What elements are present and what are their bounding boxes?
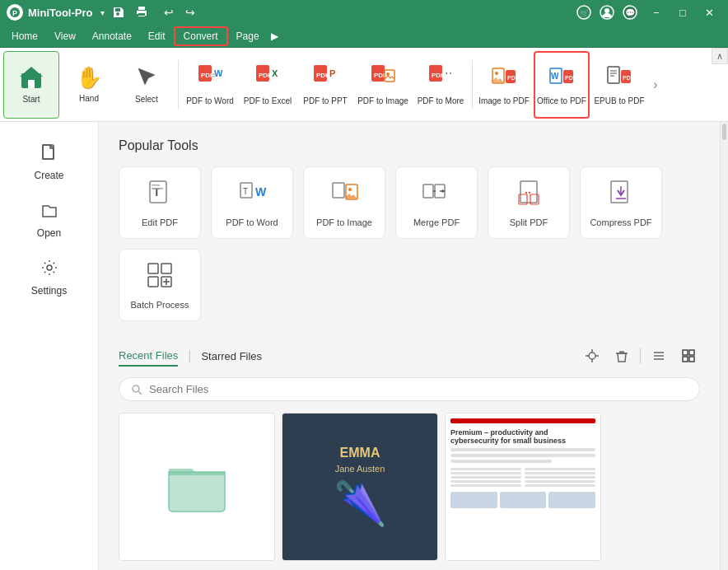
tool-pdf-to-word[interactable]: T W PDF to Word — [211, 166, 293, 239]
sidebar-item-open[interactable]: Open — [7, 193, 91, 247]
sidebar-item-create[interactable]: Create — [7, 135, 91, 189]
menu-home[interactable]: Home — [3, 26, 46, 46]
scrollbar[interactable] — [720, 122, 728, 570]
delete-icon[interactable] — [610, 344, 633, 367]
svg-text:PDF: PDF — [316, 72, 329, 79]
svg-point-5 — [604, 8, 609, 13]
file-thumb-empty — [119, 413, 274, 560]
svg-point-51 — [348, 188, 352, 191]
cart-icon[interactable]: 🛒 — [576, 5, 591, 20]
toolbar-start[interactable]: Start — [3, 51, 59, 119]
tool-split-pdf[interactable]: Split PDF — [488, 166, 570, 239]
svg-point-66 — [589, 353, 595, 359]
file-card-doc[interactable]: Premium – productivity and cybersecurity… — [445, 413, 601, 561]
toolbar-pdf-excel-label: PDF to Excel — [244, 96, 292, 106]
toolbar-pdf-to-ppt[interactable]: PDF P PDF to PPT — [297, 51, 353, 119]
toolbar-pdf-to-more[interactable]: PDF ⋯ PDF to More — [413, 51, 469, 119]
tab-recent[interactable]: Recent Files — [119, 346, 178, 367]
sidebar-item-settings[interactable]: Settings — [7, 250, 91, 305]
close-button[interactable]: ✕ — [697, 0, 721, 25]
menu-more[interactable]: ▶ — [271, 30, 278, 42]
redo-button[interactable]: ↪ — [180, 4, 200, 21]
files-grid: EMMA Jane Austen 🌂 Premium – productivit… — [119, 413, 700, 561]
pdf-to-ppt-icon: PDF P — [312, 63, 338, 93]
toolbar-pdf-to-excel[interactable]: PDF X PDF to Excel — [240, 51, 296, 119]
toolbar-pdf-more-label: PDF to More — [418, 96, 464, 106]
toolbar-hand[interactable]: ✋ Hand — [61, 51, 117, 119]
print-icon[interactable] — [134, 5, 149, 20]
save-icon[interactable] — [111, 5, 126, 20]
toolbar-pdf-to-word[interactable]: PDF W PDF to Word — [182, 51, 238, 119]
tool-split-label: Split PDF — [510, 217, 548, 227]
svg-rect-34 — [608, 67, 619, 83]
menu-view[interactable]: View — [46, 26, 84, 46]
menu-bar: Home View Annotate Edit Convert Page ▶ — [0, 25, 728, 48]
tool-compress-pdf[interactable]: Compress PDF — [580, 166, 662, 239]
toolbar-pdf-to-image[interactable]: PDF PDF to Image — [355, 51, 411, 119]
file-card-emma[interactable]: EMMA Jane Austen 🌂 — [282, 413, 438, 561]
svg-rect-78 — [689, 357, 694, 362]
pdf-image-icon — [329, 178, 359, 211]
toolbar-image-pdf-label: Image to PDF — [478, 96, 530, 106]
chat-icon[interactable]: 💬 — [623, 5, 637, 20]
menu-annotate[interactable]: Annotate — [84, 26, 140, 46]
toolbar-image-to-pdf[interactable]: PDF Image to PDF — [476, 51, 532, 119]
app-title: MiniTool-Pro — [28, 7, 92, 19]
grid-view-icon[interactable] — [677, 344, 700, 367]
undo-button[interactable]: ↩ — [159, 4, 179, 21]
toolbar-select-label: Select — [135, 95, 158, 105]
svg-text:W: W — [551, 72, 559, 81]
pdf-to-more-icon: PDF ⋯ — [427, 63, 454, 93]
file-card-empty[interactable] — [119, 413, 275, 561]
tab-separator: | — [188, 348, 191, 363]
content-area: Popular Tools T Edit PDF — [99, 122, 720, 570]
minimize-button[interactable]: − — [644, 0, 669, 25]
recent-files-header: Recent Files | Starred Files — [119, 344, 700, 367]
file-thumb-doc: Premium – productivity and cybersecurity… — [446, 413, 600, 560]
book-author: Jane Austen — [335, 464, 385, 474]
tool-pdf-image-label: PDF to Image — [316, 217, 372, 227]
title-dropdown-icon[interactable]: ▾ — [100, 8, 105, 17]
tool-edit-pdf[interactable]: T Edit PDF — [119, 166, 201, 239]
toolbar-epub-pdf-label: EPUB to PDF — [594, 96, 644, 106]
pdf-to-word-icon: PDF W — [197, 63, 223, 93]
menu-edit[interactable]: Edit — [140, 26, 174, 46]
svg-text:P: P — [329, 68, 335, 78]
list-view-icon[interactable] — [647, 344, 670, 367]
file-thumb-book: EMMA Jane Austen 🌂 — [282, 413, 437, 560]
tool-batch-process[interactable]: Batch Process — [119, 249, 201, 321]
recent-files-section: Recent Files | Starred Files — [119, 344, 700, 561]
tool-pdf-to-image[interactable]: PDF to Image — [303, 166, 385, 239]
svg-text:X: X — [272, 68, 278, 78]
tab-starred[interactable]: Starred Files — [201, 347, 262, 366]
svg-rect-9 — [28, 80, 35, 88]
maximize-button[interactable]: □ — [670, 0, 695, 25]
svg-rect-45 — [152, 188, 163, 189]
toolbar-pdf-word-label: PDF to Word — [186, 96, 234, 106]
tool-batch-label: Batch Process — [131, 300, 189, 310]
toolbar-expand-button[interactable]: › — [649, 51, 662, 119]
svg-rect-75 — [683, 350, 688, 355]
recent-actions — [581, 344, 700, 367]
toolbar-select[interactable]: Select — [119, 51, 175, 119]
toolbar-collapse-button[interactable]: ∧ — [712, 48, 728, 64]
menu-page[interactable]: Page — [228, 26, 268, 46]
toolbar-epub-to-pdf[interactable]: PDF EPUB to PDF — [591, 51, 647, 119]
user-icon[interactable] — [600, 5, 614, 20]
menu-convert[interactable]: Convert — [174, 26, 228, 46]
svg-text:PDF: PDF — [507, 75, 517, 81]
tool-merge-pdf[interactable]: Merge PDF — [395, 166, 478, 239]
main-layout: Create Open Settings Popular Tools — [0, 122, 728, 570]
folder-icon — [164, 457, 230, 516]
app-logo: P — [7, 4, 23, 21]
svg-point-41 — [47, 265, 52, 270]
hand-icon: ✋ — [76, 65, 102, 91]
toolbar-pdf-ppt-label: PDF to PPT — [303, 96, 347, 106]
locate-icon[interactable] — [581, 344, 604, 367]
svg-point-27 — [495, 72, 498, 75]
toolbar-office-to-pdf[interactable]: W PDF Office to PDF — [534, 51, 590, 119]
svg-rect-52 — [423, 185, 433, 198]
svg-text:W: W — [255, 185, 267, 199]
search-input[interactable] — [149, 383, 688, 395]
office-to-pdf-icon: W PDF — [548, 63, 575, 93]
